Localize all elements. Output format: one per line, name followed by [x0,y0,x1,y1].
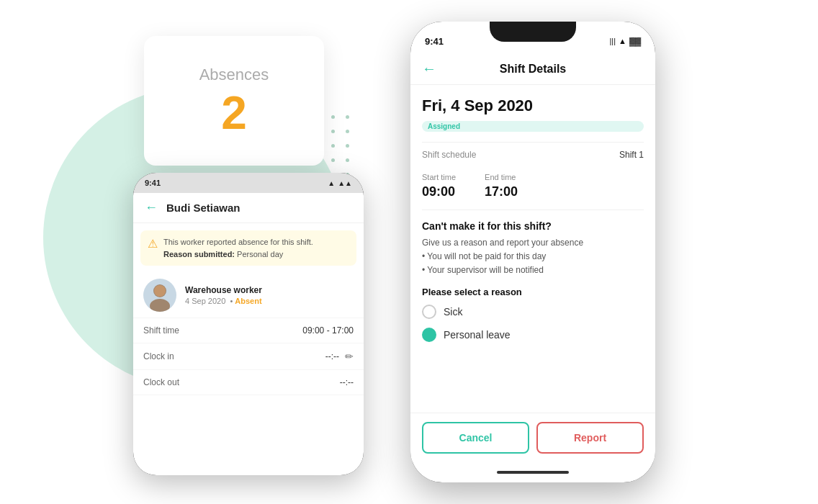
radio-personal-leave-circle[interactable] [422,328,436,342]
android-back-button[interactable]: ← [145,200,158,215]
radio-personal-leave[interactable]: Personal leave [422,328,644,342]
select-reason-label: Please select a reason [422,287,644,297]
shift-schedule-value: Shift 1 [619,150,644,160]
android-time: 9:41 [145,179,161,187]
cancel-button[interactable]: Cancel [422,422,529,454]
clock-in-label: Clock in [143,351,174,361]
clock-out-row: Clock out --:-- [133,370,364,395]
iphone-back-button[interactable]: ← [422,60,436,77]
cant-make-desc: Give us a reason and report your absence… [422,236,644,278]
iphone-screen-title: Shift Details [444,63,622,76]
start-time-value: 09:00 [422,184,455,199]
clock-out-value: --:-- [340,377,354,387]
clock-in-value: --:-- [325,351,339,361]
radio-personal-leave-label: Personal leave [444,329,511,341]
iphone-body: Fri, 4 Sep 2020 Assigned Shift schedule … [410,85,655,413]
wifi-icon: ▲ [328,179,335,187]
assigned-badge: Assigned [422,121,644,132]
svg-point-2 [154,285,166,297]
iphone-time: 9:41 [425,36,444,47]
iphone-notch [490,22,576,42]
shift-date: Fri, 4 Sep 2020 [422,96,644,115]
iphone-content: ← Shift Details Fri, 4 Sep 2020 Assigned… [410,53,655,462]
cant-make-title: Can't make it for this shift? [422,220,644,232]
android-header: ← Budi Setiawan [133,193,364,223]
end-time-value: 17:00 [485,184,518,199]
absence-alert: ⚠ This worker reported absence for this … [140,230,356,266]
worker-avatar [143,279,176,312]
android-screen-title: Budi Setiawan [166,202,241,214]
svg-point-1 [150,299,170,312]
worker-date-status: 4 Sep 2020 • Absent [185,297,262,305]
absences-card: Absences 2 [144,36,324,166]
report-button[interactable]: Report [536,422,644,454]
clock-out-label: Clock out [143,377,179,387]
home-bar [497,471,569,474]
wifi-icon: ▲ [619,37,626,45]
shift-time-label: Shift time [143,325,179,336]
radio-sick-circle[interactable] [422,305,436,319]
signal-icon: ▲▲ [338,179,352,187]
time-row: Start time 09:00 End time 17:00 [422,167,644,210]
android-status-icons: ▲ ▲▲ [328,179,352,187]
iphone-status-icons: ||| ▲ ▓▓ [609,37,641,45]
absences-number: 2 [221,90,247,136]
android-content: ← Budi Setiawan ⚠ This worker reported a… [133,193,364,475]
android-status-bar: 9:41 ▲ ▲▲ [133,173,364,193]
end-time-col: End time 17:00 [485,173,518,199]
android-phone: 9:41 ▲ ▲▲ ← Budi Setiawan ⚠ This worker … [133,173,364,475]
worker-row: Warehouse worker 4 Sep 2020 • Absent [133,273,364,318]
radio-sick-label: Sick [444,306,462,318]
iphone-header: ← Shift Details [410,53,655,85]
radio-sick[interactable]: Sick [422,305,644,319]
battery-icon: ▓▓ [629,37,641,45]
alert-text: This worker reported absence for this sh… [163,236,313,260]
iphone-footer: Cancel Report [410,413,655,462]
shift-schedule-row: Shift schedule Shift 1 [422,142,644,167]
shift-time-value: 09:00 - 17:00 [302,325,354,336]
iphone: 9:41 ||| ▲ ▓▓ ← Shift Details Fri, 4 Sep… [410,22,655,482]
shift-time-row: Shift time 09:00 - 17:00 [133,318,364,343]
start-time-col: Start time 09:00 [422,173,456,199]
iphone-home-indicator [410,462,655,482]
absences-label: Absences [199,66,269,84]
shift-schedule-label: Shift schedule [422,150,476,160]
clock-in-edit-icon[interactable]: ✏ [345,351,354,362]
end-time-label: End time [485,173,518,181]
signal-icon: ||| [609,37,616,45]
start-time-label: Start time [422,173,456,181]
alert-icon: ⚠ [148,237,158,251]
iphone-status-bar: 9:41 ||| ▲ ▓▓ [410,22,655,53]
clock-in-row: Clock in --:-- ✏ [133,343,364,370]
worker-info: Warehouse worker 4 Sep 2020 • Absent [185,285,262,305]
worker-role: Warehouse worker [185,285,262,295]
